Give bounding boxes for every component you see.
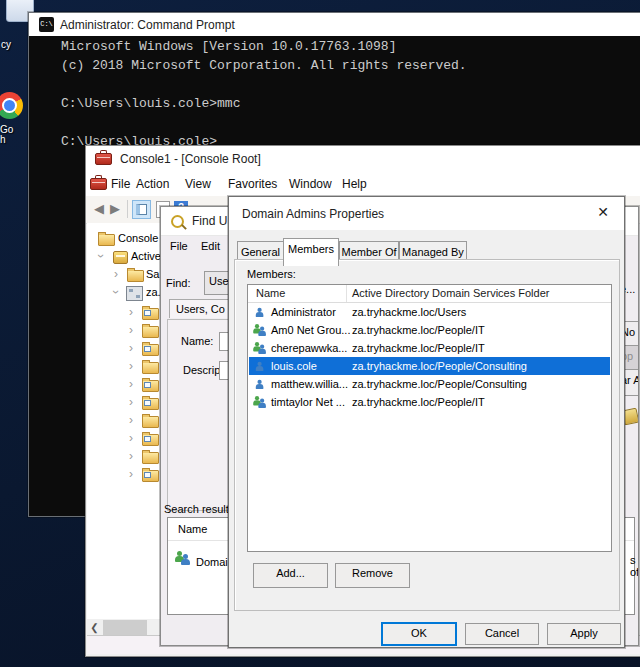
forward-arrow-icon[interactable]: ▶ — [110, 201, 120, 216]
domain-admins-properties-dialog: Domain Admins Properties ✕ General Membe… — [228, 196, 625, 648]
user-icon — [253, 359, 267, 373]
chevron-right-icon[interactable]: › — [129, 341, 133, 355]
ou-folder-icon — [142, 308, 159, 320]
mmc-title: Console1 - [Console Root] — [120, 152, 261, 166]
ou-folder-icon — [142, 470, 159, 482]
chrome-icon[interactable] — [0, 92, 23, 119]
desktop-icon-label-fragment: cy — [1, 39, 11, 50]
find-description-label: Descript — [183, 364, 223, 376]
chevron-right-icon[interactable]: › — [129, 449, 133, 463]
mmc-menubar: File Action View Favorites Window Help — [86, 172, 640, 197]
menu-action[interactable]: Action — [136, 177, 169, 191]
remove-button[interactable]: Remove — [335, 563, 410, 588]
ou-folder-icon — [142, 344, 159, 356]
apply-button[interactable]: Apply — [547, 623, 621, 645]
tree-label: Active — [131, 250, 161, 262]
column-folder[interactable]: Active Directory Domain Services Folder — [352, 287, 549, 299]
active-directory-icon — [113, 251, 128, 264]
member-folder: za.tryhackme.loc/People/IT — [352, 342, 485, 354]
ok-button[interactable]: OK — [381, 622, 457, 646]
chevron-right-icon[interactable]: › — [129, 323, 133, 337]
member-row[interactable]: matthew.willia... za.tryhackme.loc/Peopl… — [249, 375, 610, 393]
group-icon — [175, 550, 191, 566]
folder-icon — [142, 452, 159, 464]
tree-label: Sa — [146, 268, 159, 280]
member-name: Am0 Net Grou... — [271, 324, 350, 336]
chrome-label-line2: h — [0, 134, 6, 145]
user-icon — [253, 305, 267, 319]
menu-view[interactable]: View — [185, 177, 211, 191]
scroll-left-arrow-icon[interactable]: ❮ — [87, 620, 102, 635]
member-folder: za.tryhackme.loc/People/Consulting — [352, 378, 527, 390]
tree-label: za. — [146, 286, 161, 298]
ou-folder-icon — [142, 380, 159, 392]
back-arrow-icon[interactable]: ◀ — [94, 201, 104, 216]
members-label: Members: — [247, 268, 296, 280]
console-root-icon — [90, 178, 107, 190]
member-name: louis.cole — [271, 360, 317, 372]
mmc-titlebar[interactable]: Console1 - [Console Root] — [86, 146, 640, 172]
find-menu-edit[interactable]: Edit — [201, 240, 220, 252]
member-row[interactable]: Am0 Net Grou... za.tryhackme.loc/People/… — [249, 321, 610, 339]
domain-icon — [126, 286, 143, 301]
folder-icon — [127, 270, 144, 282]
column-name[interactable]: Name — [256, 287, 285, 299]
member-name: timtaylor Net ... — [271, 396, 345, 408]
chevron-right-icon[interactable]: › — [129, 395, 133, 409]
cmd-titlebar[interactable]: C:\ Administrator: Command Prompt — [29, 13, 640, 36]
results-name-column[interactable]: Name — [178, 523, 207, 535]
mmc-toolbox-icon — [95, 153, 112, 165]
folder-icon — [98, 234, 115, 246]
column-divider[interactable] — [346, 285, 347, 302]
chevron-right-icon[interactable]: › — [114, 267, 118, 281]
member-row[interactable]: Administrator za.tryhackme.loc/Users — [249, 303, 610, 321]
chevron-down-icon[interactable]: › — [109, 290, 123, 294]
member-row[interactable]: cherepawwka... za.tryhackme.loc/People/I… — [249, 339, 610, 357]
user-icon — [253, 377, 267, 391]
chevron-right-icon[interactable]: › — [129, 359, 133, 373]
folder-icon — [142, 362, 159, 374]
member-folder: za.tryhackme.loc/People/IT — [352, 396, 485, 408]
cmd-title: Administrator: Command Prompt — [60, 18, 235, 32]
group-icon — [253, 395, 267, 409]
cmd-icon: C:\ — [39, 17, 54, 32]
menu-favorites[interactable]: Favorites — [228, 177, 277, 191]
member-row-selected[interactable]: louis.cole za.tryhackme.loc/People/Consu… — [249, 357, 610, 375]
member-folder: za.tryhackme.loc/People/IT — [352, 324, 485, 336]
dialog-titlebar[interactable]: Domain Admins Properties — [229, 197, 624, 230]
tab-members[interactable]: Members — [283, 238, 339, 266]
scrollbar-thumb[interactable] — [103, 620, 147, 635]
chevron-right-icon[interactable]: › — [129, 431, 133, 445]
group-icon — [253, 341, 267, 355]
chevron-right-icon[interactable]: › — [129, 413, 133, 427]
search-icon — [171, 215, 184, 228]
chevron-right-icon[interactable]: › — [129, 377, 133, 391]
member-name: matthew.willia... — [271, 378, 348, 390]
dialog-title: Domain Admins Properties — [242, 207, 384, 221]
cmd-line: C:\Users\louis.cole>mmc — [61, 96, 240, 111]
chevron-right-icon[interactable]: › — [129, 467, 133, 481]
menu-file[interactable]: File — [111, 177, 130, 191]
console-tree-toggle-icon[interactable] — [132, 200, 151, 219]
find-menu-file[interactable]: File — [170, 240, 188, 252]
tree-horizontal-scrollbar[interactable]: ❮ — [87, 620, 162, 635]
find-name-label: Name: — [181, 335, 213, 347]
search-results-label: Search result — [164, 503, 229, 515]
add-button[interactable]: Add... — [253, 563, 328, 588]
member-row[interactable]: timtaylor Net ... za.tryhackme.loc/Peopl… — [249, 393, 610, 411]
cancel-button[interactable]: Cancel — [465, 623, 539, 645]
menu-window[interactable]: Window — [289, 177, 332, 191]
folder-icon — [142, 416, 159, 428]
chevron-down-icon[interactable]: › — [94, 254, 108, 258]
members-list[interactable]: Name Active Directory Domain Services Fo… — [247, 284, 612, 552]
chevron-right-icon[interactable]: › — [129, 305, 133, 319]
close-icon[interactable]: ✕ — [594, 204, 612, 220]
result-description-fragment: s of — [630, 554, 639, 578]
cmd-line: Microsoft Windows [Version 10.0.17763.10… — [61, 39, 396, 54]
member-name: cherepawwka... — [271, 342, 347, 354]
member-name: Administrator — [271, 306, 336, 318]
find-title: Find U — [192, 214, 227, 228]
menu-help[interactable]: Help — [342, 177, 367, 191]
desktop: { "colors": { "selection": "#0f6fd7", "d… — [0, 0, 640, 667]
ou-folder-icon — [142, 434, 159, 446]
